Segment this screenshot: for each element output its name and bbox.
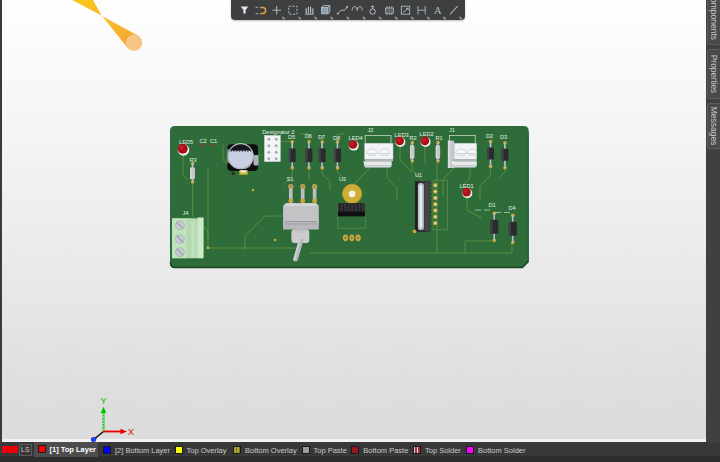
svg-text:LED2: LED2 (420, 131, 434, 137)
svg-text:D6: D6 (305, 133, 312, 139)
svg-text:U2: U2 (339, 176, 346, 182)
svg-text:X: X (128, 427, 134, 437)
svg-text:R1: R1 (436, 135, 443, 141)
svg-text:LED3: LED3 (395, 132, 409, 138)
svg-text:C1: C1 (210, 138, 217, 144)
svg-text:J1: J1 (449, 127, 455, 133)
svg-text:D4: D4 (509, 205, 516, 211)
svg-text:D7: D7 (318, 134, 325, 140)
svg-text:LED5: LED5 (179, 139, 193, 145)
svg-text:D5: D5 (288, 134, 295, 140)
svg-text:D3: D3 (500, 134, 507, 140)
svg-text:R3: R3 (190, 157, 197, 163)
svg-text:LED1: LED1 (460, 183, 474, 189)
svg-text:S1: S1 (287, 176, 294, 182)
svg-text:A: A (434, 4, 442, 16)
svg-text:C2: C2 (200, 138, 207, 144)
svg-text:D1: D1 (489, 202, 496, 208)
svg-text:Y: Y (100, 396, 106, 406)
svg-text:LED4: LED4 (349, 135, 363, 141)
svg-text:R2: R2 (410, 135, 417, 141)
svg-text:D2: D2 (486, 133, 493, 139)
svg-text:J2: J2 (368, 127, 374, 133)
svg-text:D8: D8 (333, 135, 340, 141)
svg-text:J4: J4 (183, 210, 189, 216)
svg-text:U1: U1 (415, 172, 422, 178)
